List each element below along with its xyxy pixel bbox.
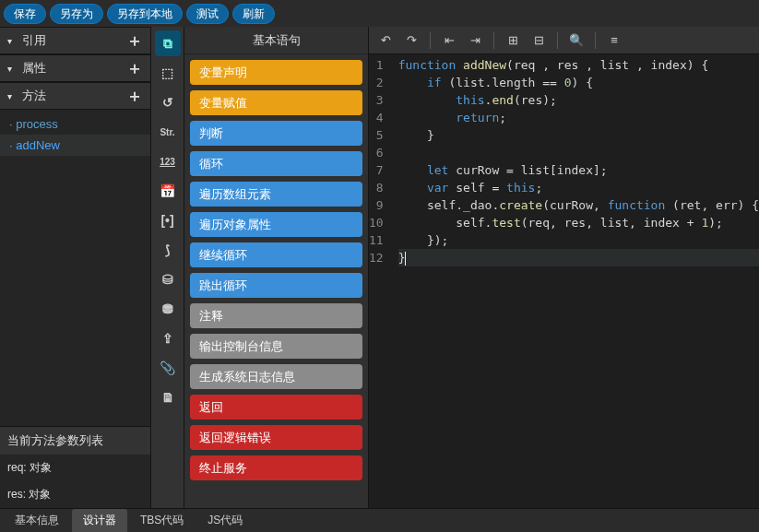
params-list: req: 对象res: 对象 bbox=[0, 455, 150, 508]
param-row: req: 对象 bbox=[0, 455, 150, 481]
bottom-tab[interactable]: 设计器 bbox=[72, 509, 127, 532]
num-icon[interactable]: 123 bbox=[155, 148, 181, 174]
add-attr-icon[interactable]: ＋ bbox=[126, 57, 143, 79]
add-ref-icon[interactable]: ＋ bbox=[126, 30, 143, 52]
icon-rail: ⧉⬚↺Str.123📅[•]⟆⛁⛃⇪📎🗎 bbox=[151, 27, 184, 508]
indent-icon[interactable]: ⇥ bbox=[464, 30, 486, 52]
chevron-down-icon: ▾ bbox=[7, 36, 18, 46]
doc-icon[interactable]: 🗎 bbox=[155, 384, 181, 410]
save-as-button[interactable]: 另存为 bbox=[50, 4, 103, 24]
add-method-icon[interactable]: ＋ bbox=[126, 85, 143, 107]
refresh-button[interactable]: 刷新 bbox=[232, 4, 275, 24]
test-button[interactable]: 测试 bbox=[186, 4, 229, 24]
palette-block[interactable]: 注释 bbox=[190, 303, 362, 328]
outdent-icon[interactable]: ⇤ bbox=[438, 30, 460, 52]
export-icon[interactable]: ⇪ bbox=[155, 325, 181, 351]
undo-icon[interactable]: ↶ bbox=[374, 30, 397, 52]
chevron-down-icon: ▾ bbox=[7, 64, 18, 74]
chevron-down-icon: ▾ bbox=[7, 91, 18, 101]
block-palette: 基本语句 变量声明变量赋值判断循环遍历数组元素遍历对象属性继续循环跳出循环注释输… bbox=[184, 27, 369, 508]
bottom-tab[interactable]: 基本信息 bbox=[4, 509, 70, 532]
section-ref-title: 引用 bbox=[22, 32, 46, 49]
palette-block[interactable]: 判断 bbox=[190, 121, 362, 146]
code-editor-pane: ↶ ↷ ⇤ ⇥ ⊞ ⊟ 🔍 ≡ 123456789101112 function… bbox=[369, 27, 759, 508]
param-row: res: 对象 bbox=[0, 481, 150, 508]
bottom-tab[interactable]: JS代码 bbox=[196, 509, 254, 532]
params-title: 当前方法参数列表 bbox=[0, 426, 150, 455]
top-toolbar: 保存 另存为 另存到本地 测试 刷新 bbox=[0, 0, 759, 27]
code-text[interactable]: function addNew(req , res , list , index… bbox=[393, 54, 759, 508]
palette-block[interactable]: 循环 bbox=[190, 151, 362, 176]
date-icon[interactable]: 📅 bbox=[155, 178, 181, 204]
main-area: ▾ 引用 ＋ ▾ 属性 ＋ ▾ 方法 ＋ · process· addNew 当… bbox=[0, 27, 759, 508]
attach-icon[interactable]: 📎 bbox=[155, 355, 181, 381]
section-method-title: 方法 bbox=[22, 88, 46, 104]
palette-block[interactable]: 返回逻辑错误 bbox=[190, 425, 362, 450]
bottom-tabs: 基本信息设计器TBS代码JS代码 bbox=[0, 508, 759, 532]
section-attr-title: 属性 bbox=[22, 60, 46, 77]
palette-title: 基本语句 bbox=[184, 27, 368, 54]
save-button[interactable]: 保存 bbox=[4, 4, 46, 24]
line-gutter: 123456789101112 bbox=[369, 54, 393, 508]
redo-icon[interactable]: ↷ bbox=[400, 30, 422, 52]
code-area[interactable]: 123456789101112 function addNew(req , re… bbox=[369, 54, 759, 508]
str-icon[interactable]: Str. bbox=[155, 119, 181, 145]
bottom-tab[interactable]: TBS代码 bbox=[129, 509, 195, 532]
left-panel: ▾ 引用 ＋ ▾ 属性 ＋ ▾ 方法 ＋ · process· addNew 当… bbox=[0, 27, 151, 508]
section-attr-header[interactable]: ▾ 属性 ＋ bbox=[0, 54, 150, 82]
editor-toolbar: ↶ ↷ ⇤ ⇥ ⊞ ⊟ 🔍 ≡ bbox=[369, 27, 759, 54]
palette-block[interactable]: 终止服务 bbox=[190, 455, 362, 480]
palette-block[interactable]: 变量赋值 bbox=[190, 90, 362, 115]
palette-block[interactable]: 继续循环 bbox=[190, 242, 362, 267]
palette-list: 变量声明变量赋值判断循环遍历数组元素遍历对象属性继续循环跳出循环注释输出控制台信… bbox=[184, 54, 368, 508]
cycle-icon[interactable]: ↺ bbox=[155, 89, 181, 115]
palette-block[interactable]: 返回 bbox=[190, 395, 362, 420]
palette-block[interactable]: 遍历对象属性 bbox=[190, 212, 362, 237]
palette-block[interactable]: 变量声明 bbox=[190, 60, 362, 85]
method-item[interactable]: · addNew bbox=[0, 135, 150, 156]
db-icon[interactable]: ⟆ bbox=[155, 237, 181, 263]
section-method-header[interactable]: ▾ 方法 ＋ bbox=[0, 82, 150, 110]
storage-icon[interactable]: ⛁ bbox=[155, 266, 181, 292]
search-icon[interactable]: 🔍 bbox=[565, 30, 587, 52]
method-list: · process· addNew bbox=[0, 110, 150, 160]
palette-block[interactable]: 遍历数组元素 bbox=[190, 182, 362, 207]
shield-icon[interactable]: ⬚ bbox=[155, 60, 181, 86]
section-ref-header[interactable]: ▾ 引用 ＋ bbox=[0, 27, 150, 54]
palette-block[interactable]: 跳出循环 bbox=[190, 273, 362, 298]
array-icon[interactable]: [•] bbox=[155, 207, 181, 233]
palette-block[interactable]: 生成系统日志信息 bbox=[190, 364, 362, 389]
list-icon[interactable]: ≡ bbox=[603, 30, 625, 52]
save-local-button[interactable]: 另存到本地 bbox=[107, 4, 183, 24]
palette-block[interactable]: 输出控制台信息 bbox=[190, 334, 362, 359]
uncomment-icon[interactable]: ⊟ bbox=[528, 30, 550, 52]
disk-icon[interactable]: ⛃ bbox=[155, 296, 181, 322]
link-icon[interactable]: ⧉ bbox=[155, 30, 181, 56]
comment-icon[interactable]: ⊞ bbox=[502, 30, 524, 52]
method-item[interactable]: · process bbox=[0, 113, 150, 135]
